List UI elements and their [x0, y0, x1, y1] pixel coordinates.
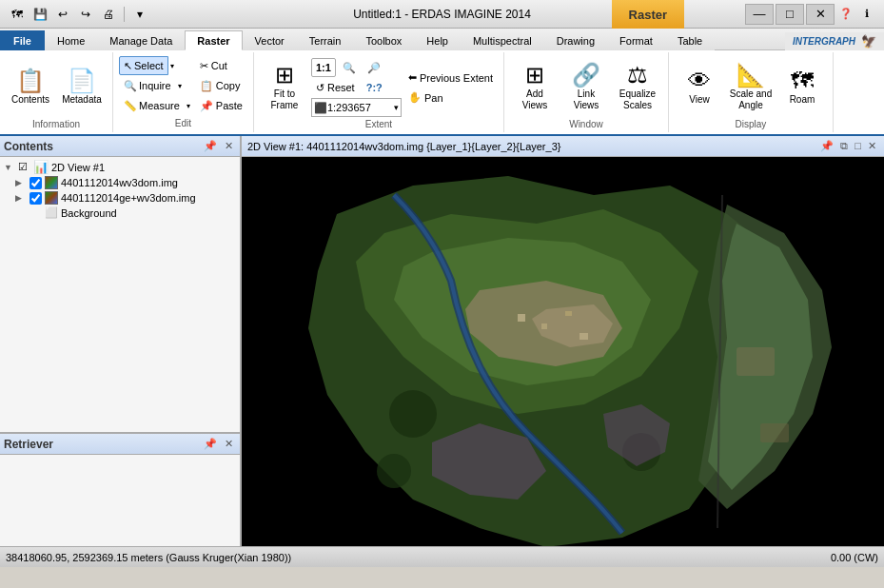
tab-help[interactable]: Help — [414, 30, 461, 50]
inquire-main-btn[interactable]: 🔍 Inquire — [119, 76, 176, 95]
svg-rect-14 — [518, 314, 525, 322]
contents-tree: ▼ ☑ 📊 2D View #1 ▶ 4401112014wv3dom.img … — [0, 157, 240, 432]
tab-file[interactable]: File — [0, 30, 45, 50]
zoom-1-1-btn[interactable]: 1:1 — [311, 58, 336, 77]
view-pin-btn[interactable]: 📌 — [818, 140, 835, 152]
view-maximize-btn[interactable]: □ — [853, 140, 863, 152]
tab-toolbox[interactable]: Toolbox — [353, 30, 414, 50]
contents-btn[interactable]: 📋 Contents — [6, 56, 55, 119]
extent-col2: 1:1 🔍 🔎 ↺ Reset ?:? ⬛ ▾ — [311, 58, 402, 117]
expand-layer1-icon[interactable]: ▶ — [15, 178, 27, 187]
information-group-label: Information — [32, 119, 80, 131]
fit-to-frame-btn[interactable]: ⊞ Fit to Frame — [260, 56, 309, 119]
select-split-btn: ↖ Select ▾ — [119, 56, 193, 75]
inquire-dropdown-btn[interactable]: ▾ — [176, 76, 185, 95]
measure-main-btn[interactable]: 📏 Measure — [119, 96, 185, 115]
select-main-btn[interactable]: ↖ Select — [119, 56, 168, 75]
retriever-panel-header: Retriever 📌 ✕ — [0, 434, 240, 455]
layer2-checkbox[interactable] — [29, 192, 42, 205]
view-label: View — [689, 94, 710, 106]
equalize-scales-btn[interactable]: ⚖ Equalize Scales — [613, 56, 662, 119]
view-canvas[interactable] — [242, 157, 884, 546]
zoom-help-btn[interactable]: ?:? — [362, 78, 387, 97]
tab-home[interactable]: Home — [45, 30, 97, 50]
satellite-view — [242, 157, 884, 546]
reset-btn[interactable]: ↺ Reset — [311, 78, 360, 97]
select-dropdown-btn[interactable]: ▾ — [168, 56, 177, 75]
scale-input[interactable] — [327, 102, 394, 113]
tab-vector[interactable]: Vector — [243, 30, 297, 50]
app-icon: 🗺 — [8, 6, 27, 23]
scale-expand-icon[interactable]: ▾ — [394, 103, 399, 112]
measure-dropdown-btn[interactable]: ▾ — [185, 96, 193, 115]
2dview-checkbox[interactable]: ☑ — [18, 161, 30, 173]
qa-dropdown-btn[interactable]: ▾ — [130, 6, 149, 23]
tree-item-layer1[interactable]: ▶ 4401112014wv3dom.img — [13, 175, 238, 190]
tab-terrain[interactable]: Terrain — [297, 30, 354, 50]
2dview-label: 2D View #1 — [51, 162, 105, 173]
close-btn[interactable]: ✕ — [806, 4, 835, 25]
tab-drawing[interactable]: Drawing — [544, 30, 607, 50]
redo-btn[interactable]: ↪ — [76, 6, 95, 23]
tree-item-2dview[interactable]: ▼ ☑ 📊 2D View #1 — [2, 159, 238, 175]
roam-btn[interactable]: 🗺 Roam — [777, 56, 827, 119]
tab-raster[interactable]: Raster — [185, 30, 242, 50]
inquire-split-btn: 🔍 Inquire ▾ — [119, 76, 193, 95]
edit-group-label: Edit — [175, 118, 191, 130]
paste-btn[interactable]: 📌 Paste — [195, 96, 247, 115]
info-icon[interactable]: ℹ — [857, 4, 876, 25]
zoom-icon-btn[interactable]: 🔍 — [338, 58, 361, 77]
help-icon[interactable]: ❓ — [836, 4, 855, 25]
contents-section: Contents 📌 ✕ ▼ ☑ 📊 2D View #1 ▶ — [0, 136, 240, 432]
view-close-btn[interactable]: ✕ — [866, 140, 878, 152]
save-btn[interactable]: 💾 — [30, 6, 49, 23]
ribbon-tabs: File Home Manage Data Raster Vector Terr… — [0, 29, 884, 50]
previous-extent-label: Previous Extent — [420, 72, 493, 84]
previous-extent-btn[interactable]: ⬅ Previous Extent — [403, 69, 498, 88]
select-icon: ↖ — [124, 60, 132, 72]
retriever-pin-btn[interactable]: 📌 — [201, 438, 220, 450]
undo-btn[interactable]: ↩ — [53, 6, 72, 23]
ribbon: 📋 Contents 📄 Metadata Information ↖ Sele… — [0, 50, 884, 136]
zoom-icon2-btn[interactable]: 🔎 — [363, 58, 385, 77]
cut-icon: ✂ — [200, 60, 208, 72]
display-group-label: Display — [736, 119, 767, 131]
scale-label: ⬛ — [314, 102, 327, 114]
cut-label: Cut — [211, 60, 227, 71]
tree-item-background[interactable]: ⬜ Background — [13, 206, 238, 220]
tab-manage-data[interactable]: Manage Data — [97, 30, 185, 50]
tab-table[interactable]: Table — [665, 30, 715, 50]
ribbon-group-window: ⊞ Add Views 🔗 Link Views ⚖ Equalize Scal… — [504, 52, 669, 132]
print-btn[interactable]: 🖨 — [99, 6, 118, 23]
pan-label: Pan — [424, 92, 443, 104]
minimize-btn[interactable]: — — [745, 4, 774, 25]
scale-angle-label: Scale and Angle — [729, 88, 773, 111]
tree-item-layer2[interactable]: ▶ 4401112014ge+wv3dom.img — [13, 190, 238, 206]
metadata-btn[interactable]: 📄 Metadata — [57, 56, 107, 119]
extent-buttons: ⊞ Fit to Frame 1:1 🔍 🔎 ↺ Reset ?:? — [260, 54, 498, 119]
view-float-btn[interactable]: ⧉ — [838, 140, 850, 152]
cut-btn[interactable]: ✂ Cut — [195, 56, 247, 75]
tab-format[interactable]: Format — [607, 30, 665, 50]
maximize-btn[interactable]: □ — [776, 4, 804, 25]
copy-btn[interactable]: 📋 Copy — [195, 76, 247, 95]
expand-layer2-icon[interactable]: ▶ — [15, 193, 27, 203]
svg-point-13 — [377, 454, 411, 488]
background-label: Background — [61, 207, 117, 219]
view-btn[interactable]: 👁 View — [675, 56, 724, 119]
left-panel: Contents 📌 ✕ ▼ ☑ 📊 2D View #1 ▶ — [0, 136, 242, 546]
title-bar-left: 🗺 💾 ↩ ↪ 🖨 ▾ — [8, 6, 149, 23]
add-views-label: Add Views — [513, 88, 557, 111]
tab-multispectral[interactable]: Multispectral — [461, 30, 544, 50]
layer1-checkbox[interactable] — [29, 177, 42, 189]
extent-col3: ⬅ Previous Extent ✋ Pan — [403, 69, 498, 108]
add-views-btn[interactable]: ⊞ Add Views — [510, 56, 560, 119]
contents-pin-btn[interactable]: 📌 — [201, 140, 220, 152]
scale-angle-btn[interactable]: 📐 Scale and Angle — [726, 56, 776, 119]
retriever-close-btn[interactable]: ✕ — [222, 438, 236, 450]
link-views-btn[interactable]: 🔗 Link Views — [561, 56, 611, 119]
pan-btn[interactable]: ✋ Pan — [403, 88, 498, 108]
svg-point-11 — [389, 390, 437, 438]
expand-2dview-icon[interactable]: ▼ — [4, 163, 15, 172]
contents-close-btn[interactable]: ✕ — [222, 140, 236, 152]
